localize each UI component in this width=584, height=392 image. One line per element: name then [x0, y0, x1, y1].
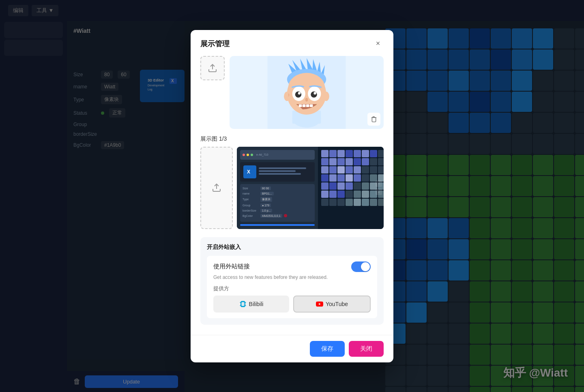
modal-close-button[interactable]: ×: [372, 38, 384, 49]
svg-point-24: [311, 91, 317, 97]
modal-title: 展示管理: [200, 39, 230, 49]
screenshot-inner: e-4d_710 X: [237, 147, 384, 229]
mini-grid-cell: [370, 166, 377, 174]
svg-point-26: [313, 92, 316, 94]
provider-label: 提供方: [213, 285, 371, 292]
mini-grid-cell: [321, 174, 328, 182]
embed-title: 开启外站嵌入: [207, 244, 377, 251]
mini-grid-cell: [362, 174, 369, 182]
bilibili-button[interactable]: Bilibili: [213, 296, 289, 313]
embed-option-label: 使用外站链接: [213, 263, 250, 270]
svg-point-25: [298, 92, 301, 94]
app-logo-icon: X: [246, 168, 254, 176]
modal-header: 展示管理 ×: [191, 30, 393, 56]
close-button[interactable]: 关闭: [349, 341, 384, 357]
mini-grid-cell: [329, 182, 337, 190]
mini-grid-cell: [378, 199, 384, 206]
mini-prop-group: Group ● 179: [243, 203, 312, 207]
screenshot-upload-button[interactable]: [200, 147, 233, 229]
avatar-delete-button[interactable]: [367, 113, 380, 126]
mini-grid-cell: [354, 182, 361, 190]
mini-grid-cell: [378, 158, 384, 165]
mini-grid-cell: [346, 182, 353, 190]
avatar-upload-button[interactable]: [200, 56, 225, 80]
mini-grid-cell: [346, 199, 353, 206]
editor-app-icon: X: [243, 165, 256, 178]
mini-grid-cell: [329, 158, 337, 165]
mini-props-panel: Size 80 90 name BPG1... Type: [240, 184, 315, 222]
screenshots-preview: e-4d_710 X: [237, 147, 384, 229]
mini-grid-cell: [329, 150, 337, 157]
editor-header-bar: e-4d_710: [240, 150, 315, 160]
screenshot-editor-panel: e-4d_710 X: [237, 147, 318, 229]
mini-grid-cell: [321, 191, 328, 198]
mini-grid-cell: [354, 150, 361, 157]
embed-desc: Get access to new features before they a…: [213, 274, 371, 280]
editor-text-block: [259, 167, 311, 176]
rick-character-svg: [230, 56, 384, 129]
screenshots-section: 展示图 1/3: [200, 135, 384, 229]
scroll-arrows: ↑ ↓: [376, 180, 382, 195]
mini-grid-cell: [362, 158, 369, 165]
screenshots-row: e-4d_710 X: [200, 147, 384, 229]
editor-card: X: [240, 162, 315, 182]
youtube-icon: [316, 300, 323, 308]
scroll-up-arrow[interactable]: ↑: [376, 180, 382, 187]
mini-grid: [318, 147, 384, 209]
svg-text:X: X: [247, 169, 250, 175]
mini-grid-cell: [321, 158, 328, 165]
toggle-knob: [361, 262, 370, 271]
save-button[interactable]: 保存: [310, 341, 345, 357]
mini-grid-cell: [362, 166, 369, 174]
embed-option-row: 使用外站链接: [213, 261, 371, 272]
image-section: [200, 56, 384, 129]
mini-grid-cell: [346, 191, 353, 198]
mini-grid-cell: [337, 150, 345, 157]
modal-body: 展示图 1/3: [191, 56, 393, 335]
mini-grid-cell: [370, 158, 377, 165]
color-swatch: [284, 214, 287, 217]
mini-prop-bordersize: borderSize 1.0 p...: [243, 209, 312, 212]
mini-grid-cell: [354, 199, 361, 206]
editor-tab-label: e-4d_710: [256, 153, 268, 156]
upload-screenshot-icon: [212, 183, 221, 193]
mini-grid-cell: [354, 166, 361, 174]
mini-grid-cell: [362, 191, 369, 198]
mini-grid-cell: [378, 166, 384, 174]
embed-section: 开启外站嵌入 使用外站链接 Get access to new features…: [200, 237, 384, 325]
mini-prop-bgcolor: BgColor #A41531,0,0,1: [243, 214, 312, 218]
mini-grid-cell: [337, 191, 345, 198]
mini-grid-cell: [346, 158, 353, 165]
mini-grid-cell: [329, 166, 337, 174]
screenshot-grid-view: ↑ ↓: [318, 147, 384, 229]
window-dot-green: [251, 154, 253, 156]
mini-grid-cell: [354, 174, 361, 182]
embed-toggle[interactable]: [351, 261, 371, 272]
mini-grid-cell: [321, 199, 328, 206]
screenshot-label: 展示图 1/3: [200, 135, 384, 143]
svg-point-27: [305, 98, 308, 101]
mini-prop-name: name BPG1...: [243, 192, 312, 195]
modal: 展示管理 ×: [191, 30, 393, 362]
mini-grid-cell: [329, 199, 337, 206]
mini-grid-cell: [321, 182, 328, 190]
mini-grid-cell: [337, 174, 345, 182]
mini-grid-cell: [337, 199, 345, 206]
mini-grid-cell: [337, 158, 345, 165]
svg-rect-29: [303, 104, 306, 107]
youtube-button[interactable]: YouTube: [293, 296, 371, 313]
window-dot-yellow: [247, 154, 249, 156]
mini-grid-cell: [337, 166, 345, 174]
svg-rect-30: [306, 104, 309, 107]
mini-grid-cell: [354, 191, 361, 198]
svg-point-32: [284, 92, 290, 101]
scroll-down-arrow[interactable]: ↓: [376, 189, 382, 195]
mini-grid-cell: [354, 158, 361, 165]
mini-grid-cell: [321, 150, 328, 157]
mini-grid-cell: [378, 150, 384, 157]
bilibili-icon: [239, 300, 247, 308]
mini-prop-type: Type 像素块: [243, 197, 312, 202]
main-avatar-image: [230, 56, 384, 129]
modal-overlay: 展示管理 ×: [0, 0, 584, 392]
mini-grid-cell: [370, 150, 377, 157]
